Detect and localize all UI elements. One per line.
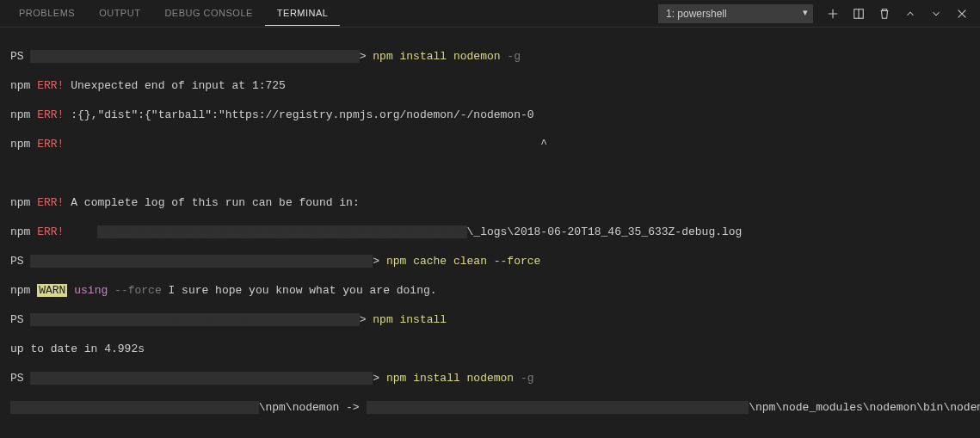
cmd-flag: -g	[521, 372, 534, 385]
err-caret: ^	[71, 138, 547, 151]
path-segment: \npm\node_modules\nodemon\bin\nodemon.js	[749, 401, 980, 414]
warn-label: WARN	[37, 284, 67, 297]
panel-tabs: PROBLEMS OUTPUT DEBUG CONSOLE TERMINAL	[7, 1, 658, 26]
warn-msg: I sure hope you know what you are doing.	[162, 284, 437, 297]
prompt-caret: >	[360, 313, 367, 326]
prompt: PS	[10, 372, 24, 385]
cmd-flag: -g	[507, 50, 521, 63]
err-label: ERR!	[37, 225, 64, 238]
npm-label: npm	[10, 284, 30, 297]
log-path: \_logs\2018-06-20T18_46_35_633Z-debug.lo…	[467, 225, 743, 238]
npm-label: npm	[10, 225, 30, 238]
terminal-output[interactable]: PS XXXXXXXXXXXXXXXXXXXXXXXXXXXXXXXXXXXXX…	[0, 28, 980, 438]
tab-output[interactable]: OUTPUT	[87, 1, 152, 26]
new-terminal-button[interactable]	[822, 3, 844, 25]
cmd-text: npm install nodemon	[373, 50, 500, 63]
prompt: PS	[10, 313, 24, 326]
err-label: ERR!	[37, 138, 64, 151]
tab-terminal[interactable]: TERMINAL	[265, 1, 341, 26]
warn-using: using	[74, 284, 108, 297]
prompt-caret: >	[360, 50, 367, 63]
prompt: PS	[10, 255, 24, 268]
terminal-toolbar: 1: powershell	[658, 3, 973, 25]
redacted-path: XXXXXXXXXXXXXXXXXXXXXXXXXXXXXXXXXXXXXXXX…	[30, 255, 373, 268]
split-terminal-button[interactable]	[847, 3, 870, 25]
terminal-selector[interactable]: 1: powershell	[658, 4, 813, 23]
tab-problems[interactable]: PROBLEMS	[7, 1, 87, 26]
err-label: ERR!	[37, 108, 64, 121]
npm-label: npm	[10, 196, 30, 209]
redacted-path: XXXXXXXXXXXXXXXXXXXXXXXXXXXXXXXXXXXXX	[10, 401, 259, 414]
npm-label: npm	[10, 138, 30, 151]
cmd-text: npm cache clean --force	[386, 255, 540, 268]
err-label: ERR!	[37, 79, 64, 92]
tab-debug-console[interactable]: DEBUG CONSOLE	[152, 1, 264, 26]
redacted-path: XXXXXXXXXXXXXXXXXXXXXXXXXXXXXXXXXXXXXXXX…	[367, 401, 749, 414]
err-label: ERR!	[37, 196, 64, 209]
panel-header: PROBLEMS OUTPUT DEBUG CONSOLE TERMINAL 1…	[0, 0, 980, 28]
npm-label: npm	[10, 79, 30, 92]
maximize-panel-button[interactable]	[899, 3, 921, 25]
err-msg: A complete log of this run can be found …	[71, 196, 359, 209]
redacted-path: XXXXXXXXXXXXXXXXXXXXXXXXXXXXXXXXXXXXXXXX…	[30, 313, 359, 326]
redacted-path: XXXXXXXXXXXXXXXXXXXXXXXXXXXXXXXXXXXXXXXX…	[30, 50, 359, 63]
chevron-down-icon[interactable]	[925, 3, 947, 25]
warn-force: --force	[114, 284, 162, 297]
close-panel-button[interactable]	[951, 3, 973, 25]
err-msg: :{},"dist":{"tarball":"https://registry.…	[71, 108, 533, 121]
path-segment: \npm\nodemon ->	[259, 401, 360, 414]
output-line: up to date in 4.992s	[10, 342, 970, 356]
redacted-path: XXXXXXXXXXXXXXXXXXXXXXXXXXXXXXXXXXXXXXXX…	[97, 225, 466, 238]
prompt-caret: >	[373, 372, 379, 385]
cmd-text: npm install	[373, 313, 447, 326]
prompt: PS	[10, 50, 24, 63]
cmd-text: npm install nodemon	[386, 372, 514, 385]
redacted-path: XXXXXXXXXXXXXXXXXXXXXXXXXXXXXXXXXXXXXXXX…	[30, 372, 373, 385]
npm-label: npm	[10, 108, 30, 121]
err-msg: Unexpected end of input at 1:725	[71, 79, 286, 92]
prompt-caret: >	[373, 255, 379, 268]
kill-terminal-button[interactable]	[873, 3, 896, 25]
